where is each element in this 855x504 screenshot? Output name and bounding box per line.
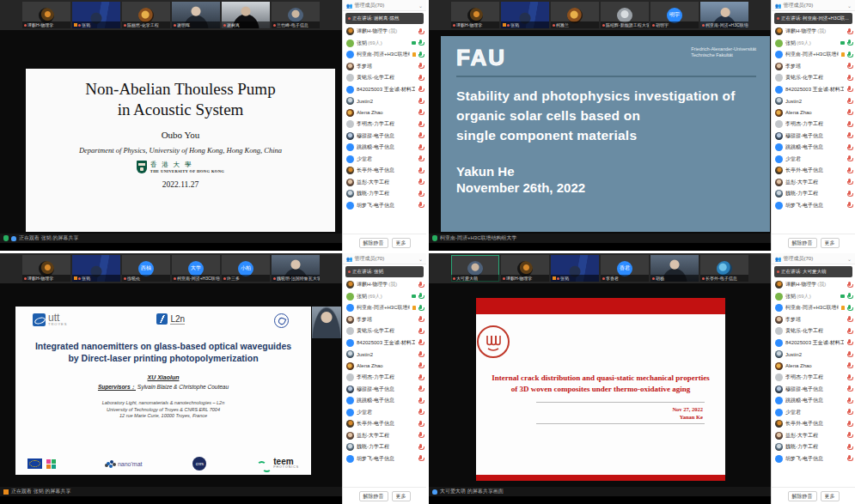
participant-row[interactable]: 少堂君: [772, 154, 855, 166]
participant-row[interactable]: 长亭外-电子信息: [343, 165, 426, 177]
mic-icon[interactable]: [418, 455, 423, 462]
participant-row[interactable]: 胡梦飞-电子信息: [343, 200, 426, 212]
video-thumbnail[interactable]: 谭麒H-物理学: [22, 255, 70, 282]
participant-row[interactable]: 842025003 王金诚-材料工程: [343, 337, 426, 349]
unmute-all-button[interactable]: 解除静音: [788, 238, 817, 248]
mic-icon[interactable]: [418, 155, 423, 162]
video-thumbnail[interactable]: 大可爱大萌: [451, 255, 499, 282]
mic-icon[interactable]: [846, 98, 852, 105]
mic-icon[interactable]: [418, 316, 423, 323]
participant-row[interactable]: 益彤-大学工程: [772, 430, 855, 442]
participant-row[interactable]: 益彤-大学工程: [343, 430, 426, 442]
mic-icon[interactable]: [846, 328, 852, 335]
mic-icon[interactable]: [846, 305, 852, 312]
collapse-icon[interactable]: ⌄: [418, 256, 423, 262]
participant-row[interactable]: 柯亚南-同济+H3C联培结构组大学: [343, 302, 426, 314]
participant-row[interactable]: Justin2: [772, 349, 855, 361]
participant-row[interactable]: 842025003 王金诚-材料工程: [772, 84, 855, 96]
mic-icon[interactable]: [846, 75, 852, 82]
participant-row[interactable]: 谭麒H-物理学(我): [343, 26, 426, 38]
participant-row[interactable]: 胡梦飞-电子信息: [343, 453, 426, 465]
mic-icon[interactable]: [846, 28, 852, 35]
unmute-all-button[interactable]: 解除静音: [359, 238, 388, 248]
participant-row[interactable]: 张韬(69人): [772, 38, 855, 50]
mic-icon[interactable]: [418, 432, 423, 439]
unmute-all-button[interactable]: 解除静音: [788, 491, 817, 501]
unmute-all-button[interactable]: 解除静音: [359, 491, 388, 501]
participant-row[interactable]: 柯亚南-同济+H3C联培结构组大学: [772, 302, 855, 314]
video-thumbnail[interactable]: 张韬: [72, 2, 120, 28]
mic-icon[interactable]: [418, 293, 423, 300]
mic-icon[interactable]: [418, 144, 423, 151]
participant-row[interactable]: Justin2: [343, 349, 426, 361]
participant-row[interactable]: 谭麒H-物理学(我): [772, 26, 855, 38]
mic-icon[interactable]: [846, 167, 852, 174]
mic-icon[interactable]: [846, 109, 852, 116]
mic-icon[interactable]: [846, 362, 852, 369]
video-thumbnail[interactable]: 香君 李香君: [601, 255, 649, 282]
mic-icon[interactable]: [846, 398, 852, 404]
participant-row[interactable]: Alena Zhao: [343, 361, 426, 373]
participant-row[interactable]: 黄铭乐-化学工程: [772, 72, 855, 84]
participant-row[interactable]: Alena Zhao: [772, 107, 855, 119]
mic-icon[interactable]: [418, 282, 423, 288]
mic-icon[interactable]: [846, 155, 852, 162]
participant-row[interactable]: 少堂君: [343, 154, 426, 166]
mic-icon[interactable]: [846, 179, 852, 185]
video-thumbnail[interactable]: 张韬: [72, 255, 120, 282]
video-thumbnail[interactable]: 明宇 胡明宇: [650, 2, 699, 28]
participant-list[interactable]: 谭麒H-物理学(我) 张韬(69人) 柯亚南-同济+H3C联培结构组大学: [343, 279, 426, 487]
mic-icon[interactable]: [418, 28, 423, 35]
participant-row[interactable]: 跳跳糖-电子信息: [772, 142, 855, 154]
participant-row[interactable]: 柯亚南-同济+H3C联培结构组大学: [772, 49, 855, 61]
mic-icon[interactable]: [418, 421, 423, 428]
participant-row[interactable]: 跳跳糖-电子信息: [343, 395, 426, 407]
participant-row[interactable]: 李梦瑶: [772, 61, 855, 73]
participant-row[interactable]: 穆甜甜-电子信息: [343, 384, 426, 396]
mic-icon[interactable]: [418, 109, 423, 116]
mic-icon[interactable]: [846, 432, 852, 439]
participant-row[interactable]: 柯亚南-同济+H3C联培结构组大学: [343, 49, 426, 61]
video-thumbnail[interactable]: 张韬: [551, 255, 599, 282]
participant-row[interactable]: 穆甜甜-电子信息: [772, 131, 855, 143]
video-thumbnail[interactable]: 谭麒H-物理学: [451, 2, 499, 28]
participant-row[interactable]: 谭麒H-物理学(我): [772, 279, 855, 291]
more-button[interactable]: 更多: [392, 491, 411, 501]
mic-icon[interactable]: [846, 374, 852, 381]
participant-list[interactable]: 谭麒H-物理学(我) 张韬(69人) 柯亚南-同济+H3C联培结构组大学: [343, 26, 426, 234]
video-thumbnail[interactable]: 大学 柯亚南-同济+H3C联培结构组大学: [172, 255, 220, 282]
participant-row[interactable]: 张韬(69人): [772, 291, 855, 303]
participant-row[interactable]: 黄铭乐-化学工程: [772, 325, 855, 337]
mic-icon[interactable]: [418, 86, 423, 93]
participant-row[interactable]: 长亭外-电子信息: [772, 418, 855, 430]
participant-row[interactable]: 李明杰-力学工程: [772, 118, 855, 131]
participant-row[interactable]: 李明杰-力学工程: [772, 372, 855, 384]
mic-icon[interactable]: [418, 98, 423, 105]
collapse-icon[interactable]: ⌄: [418, 3, 423, 9]
participant-row[interactable]: 谭麒H-物理学(我): [343, 279, 426, 291]
participant-row[interactable]: 跳跳糖-电子信息: [343, 142, 426, 154]
participant-row[interactable]: 李梦瑶: [343, 61, 426, 73]
collapse-icon[interactable]: ⌄: [847, 3, 852, 9]
mic-icon[interactable]: [846, 455, 852, 462]
participant-row[interactable]: 穆甜甜-电子信息: [772, 384, 855, 396]
participant-row[interactable]: 李梦瑶: [343, 314, 426, 326]
mic-icon[interactable]: [846, 39, 852, 46]
participant-row[interactable]: Justin2: [772, 95, 855, 107]
video-thumbnail[interactable]: 张韬: [501, 2, 549, 28]
mic-icon[interactable]: [846, 421, 852, 428]
mic-icon[interactable]: [846, 132, 852, 139]
mic-icon[interactable]: [846, 351, 852, 358]
mic-icon[interactable]: [846, 444, 852, 451]
participant-row[interactable]: 李明杰-力学工程: [343, 372, 426, 384]
video-thumbnail[interactable]: 谭麒H-物理学: [501, 255, 549, 282]
mic-icon[interactable]: [846, 144, 852, 151]
mic-icon[interactable]: [418, 121, 423, 128]
participant-row[interactable]: 胡梦飞-电子信息: [772, 453, 855, 465]
mic-icon[interactable]: [418, 132, 423, 139]
mic-icon[interactable]: [846, 63, 852, 70]
mic-icon[interactable]: [418, 39, 423, 46]
mic-icon[interactable]: [846, 316, 852, 323]
video-thumbnail[interactable]: 小柏 许三多: [222, 255, 270, 282]
more-button[interactable]: 更多: [821, 491, 840, 501]
